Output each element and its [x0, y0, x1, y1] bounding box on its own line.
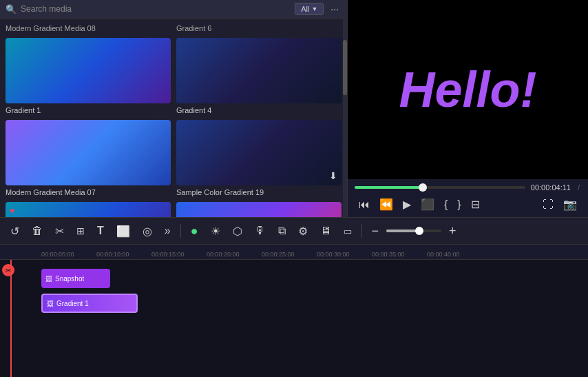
- video-button[interactable]: ▭: [339, 223, 357, 239]
- media-scrollbar-thumb: [343, 40, 347, 95]
- download-icon: ⬇: [329, 170, 337, 181]
- media-thumb-3: [6, 120, 171, 185]
- shield-button[interactable]: ⬡: [228, 222, 247, 241]
- ruler-mark: 00:00:35:00: [372, 251, 427, 258]
- mic-button[interactable]: 🎙: [250, 222, 271, 240]
- media-item[interactable]: ♥: [6, 202, 171, 217]
- preview-hello-text: Hello!: [399, 61, 536, 118]
- box-button[interactable]: ⬜: [112, 222, 135, 241]
- filter-dropdown[interactable]: All ▼: [295, 3, 324, 15]
- chevron-down-icon: ▼: [311, 6, 317, 12]
- clip-snapshot[interactable]: 🖼 Snapshot: [41, 269, 110, 288]
- step-back-button[interactable]: ⏮: [355, 196, 374, 213]
- search-icon: 🔍: [6, 4, 17, 14]
- track-rows-wrapper: 🖼 Snapshot 🖼 Gradient 1: [41, 264, 588, 314]
- media-thumb-6: ⬇: [176, 202, 342, 217]
- cut-button[interactable]: ✂: [50, 222, 69, 241]
- ruler-mark: 00:00:25:00: [262, 251, 317, 258]
- settings-button[interactable]: ⚙: [293, 222, 313, 241]
- zoom-slider-track: [386, 230, 441, 232]
- top-section: 🔍 All ▼ ··· Modern Gradient Media 08 Gra…: [0, 0, 588, 217]
- delete-button[interactable]: 🗑: [27, 222, 48, 240]
- media-item[interactable]: [6, 120, 171, 185]
- video-preview: Hello!: [348, 0, 588, 179]
- clip-gradient-icon: 🖼: [47, 300, 54, 307]
- text-button[interactable]: T: [92, 222, 109, 240]
- layout-button[interactable]: ⊟: [467, 196, 484, 213]
- layers-button[interactable]: ⧉: [273, 222, 291, 240]
- timeline-track-area: ✂ 🖼 Snapshot 🖼 Gradient 1: [0, 260, 588, 377]
- timeline-ruler: 00:00:05:00 00:00:10:00 00:00:15:00 00:0…: [0, 245, 588, 260]
- preview-controls: 00:00:04:11 / ⏮ ⏪ ▶ ⬛ { } ⊟ ⛶ 📷: [348, 179, 588, 217]
- heart-icon: ♥: [10, 206, 14, 216]
- track-row-snapshot: 🖼 Snapshot: [41, 267, 588, 289]
- media-panel: 🔍 All ▼ ··· Modern Gradient Media 08 Gra…: [0, 0, 348, 217]
- filter-label: All: [301, 5, 309, 13]
- active-tool-button[interactable]: ●: [186, 221, 203, 241]
- toolbar-divider-1: [180, 224, 181, 238]
- ruler-mark: 00:00:40:00: [427, 251, 482, 258]
- zoom-slider-fill: [386, 230, 419, 232]
- media-label-2: Gradient 4: [176, 106, 342, 114]
- media-row-label-1: Modern Gradient Media 08: [6, 24, 171, 32]
- media-label-1: Gradient 1: [6, 106, 171, 114]
- more-options-button[interactable]: ···: [328, 3, 342, 14]
- bracket-right-button[interactable]: }: [453, 196, 465, 213]
- crop-button[interactable]: ⊞: [72, 223, 90, 239]
- media-grid: Modern Gradient Media 08 Gradient 6 Grad…: [0, 19, 347, 217]
- bracket-left-button[interactable]: {: [440, 196, 452, 213]
- square-button[interactable]: ⬛: [417, 196, 439, 213]
- progress-track[interactable]: [355, 186, 525, 189]
- ruler-mark: 00:00:10:00: [96, 251, 151, 258]
- toolbar-divider-2: [361, 224, 362, 238]
- preview-panel: Hello! 00:00:04:11 / ⏮ ⏪ ▶ ⬛ { } ⊟: [348, 0, 588, 217]
- progress-bar-row: 00:00:04:11 /: [355, 183, 581, 192]
- toolbar: ↺ 🗑 ✂ ⊞ T ⬜ ◎ » ● ☀ ⬡ 🎙 ⧉ ⚙ 🖥 ▭ − +: [0, 217, 588, 245]
- playback-controls: ⏮ ⏪ ▶ ⬛ { } ⊟ ⛶ 📷: [355, 196, 581, 213]
- timeline-section: 00:00:05:00 00:00:10:00 00:00:15:00 00:0…: [0, 245, 588, 377]
- media-item[interactable]: [176, 38, 342, 103]
- snapshot-button[interactable]: 📷: [559, 196, 581, 213]
- media-label-4: Sample Color Gradient 19: [176, 188, 342, 196]
- search-bar: 🔍 All ▼ ···: [0, 0, 347, 19]
- color-button[interactable]: ◎: [138, 222, 157, 241]
- clip-snapshot-icon: 🖼: [45, 275, 52, 283]
- progress-thumb: [419, 183, 427, 192]
- zoom-in-button[interactable]: +: [444, 221, 461, 241]
- ruler-mark: 00:00:15:00: [151, 251, 207, 258]
- media-item[interactable]: ⬇: [176, 120, 342, 185]
- media-label-3: Modern Gradient Media 07: [6, 188, 171, 196]
- ruler-mark: 00:00:05:00: [41, 251, 96, 258]
- sun-button[interactable]: ☀: [206, 222, 225, 241]
- ruler-mark: 00:00:30:00: [317, 251, 372, 258]
- playhead[interactable]: [10, 260, 12, 377]
- media-item[interactable]: ⬇: [176, 202, 342, 217]
- clip-snapshot-label: Snapshot: [55, 275, 84, 283]
- media-thumb-5: ♥: [6, 202, 171, 217]
- play-back-button[interactable]: ⏪: [375, 196, 397, 213]
- media-scrollbar[interactable]: [343, 19, 347, 217]
- clip-gradient-label: Gradient 1: [56, 300, 89, 307]
- time-current: 00:00:04:11: [531, 183, 571, 192]
- play-button[interactable]: ▶: [399, 196, 415, 213]
- progress-fill: [355, 186, 423, 189]
- search-input[interactable]: [21, 4, 291, 14]
- time-separator: /: [578, 183, 580, 192]
- scissors-badge: ✂: [2, 264, 14, 276]
- fullscreen-button[interactable]: ⛶: [538, 196, 558, 213]
- zoom-out-button[interactable]: −: [367, 221, 384, 241]
- zoom-slider-thumb[interactable]: [415, 227, 423, 235]
- media-row-label-2: Gradient 6: [176, 24, 342, 32]
- media-thumb-2: [176, 38, 342, 103]
- media-item[interactable]: [6, 38, 171, 103]
- clip-gradient[interactable]: 🖼 Gradient 1: [41, 294, 138, 313]
- ruler-mark: 00:00:20:00: [207, 251, 262, 258]
- media-thumb-4: ⬇: [176, 120, 342, 185]
- undo-button[interactable]: ↺: [6, 222, 24, 241]
- monitor-button[interactable]: 🖥: [315, 222, 336, 240]
- more-tools-button[interactable]: »: [160, 222, 176, 240]
- track-row-gradient: 🖼 Gradient 1: [41, 292, 588, 314]
- timeline-content: ✂ 🖼 Snapshot 🖼 Gradient 1: [0, 260, 588, 377]
- media-thumb-1: [6, 38, 171, 103]
- ruler-marks: 00:00:05:00 00:00:10:00 00:00:15:00 00:0…: [0, 251, 588, 258]
